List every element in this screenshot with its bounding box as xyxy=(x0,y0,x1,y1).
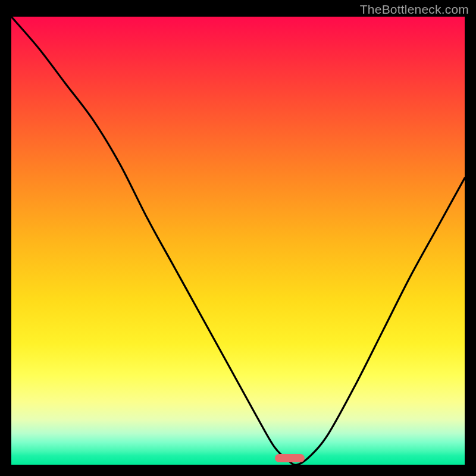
plot-area xyxy=(11,17,465,465)
chart-frame: TheBottleneck.com xyxy=(0,0,476,476)
bottleneck-curve xyxy=(11,17,465,465)
minimum-marker xyxy=(275,454,305,462)
curve-path xyxy=(11,17,465,465)
watermark-text: TheBottleneck.com xyxy=(360,2,469,17)
